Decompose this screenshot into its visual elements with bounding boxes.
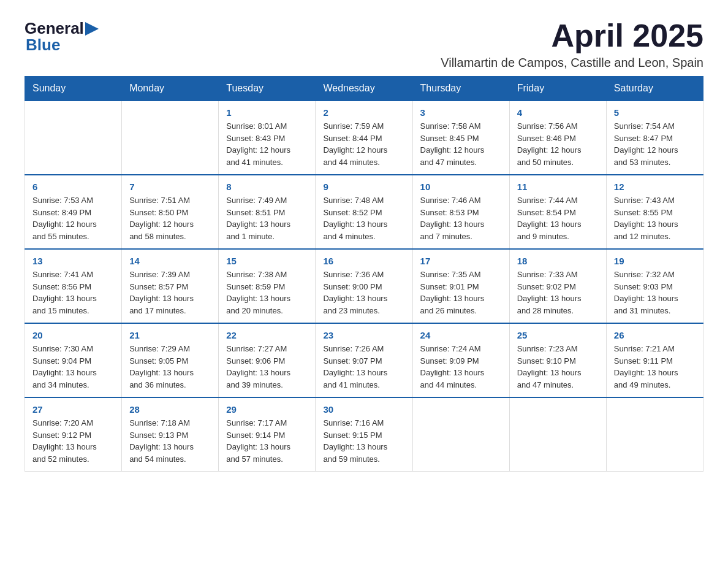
day-info: Sunrise: 7:33 AM Sunset: 9:02 PM Dayligh…: [517, 269, 599, 316]
day-info: Sunrise: 7:30 AM Sunset: 9:04 PM Dayligh…: [32, 343, 114, 391]
day-info: Sunrise: 7:23 AM Sunset: 9:10 PM Dayligh…: [517, 343, 599, 391]
day-number: 28: [129, 404, 211, 415]
calendar-cell: 3Sunrise: 7:58 AM Sunset: 8:45 PM Daylig…: [412, 101, 509, 175]
day-number: 6: [32, 182, 114, 192]
day-number: 23: [323, 330, 404, 340]
calendar-cell: [606, 397, 703, 472]
month-title: April 2025: [441, 18, 703, 53]
calendar-cell: 30Sunrise: 7:16 AM Sunset: 9:15 PM Dayli…: [316, 397, 412, 472]
day-info: Sunrise: 7:54 AM Sunset: 8:47 PM Dayligh…: [614, 120, 696, 168]
day-info: Sunrise: 7:59 AM Sunset: 8:44 PM Dayligh…: [323, 120, 404, 168]
logo: General Blue: [25, 18, 99, 53]
day-number: 22: [226, 330, 308, 340]
calendar-cell: [25, 101, 122, 175]
calendar-week-2: 6Sunrise: 7:53 AM Sunset: 8:49 PM Daylig…: [25, 175, 703, 249]
calendar-cell: 9Sunrise: 7:48 AM Sunset: 8:52 PM Daylig…: [316, 175, 412, 249]
day-number: 13: [32, 256, 114, 266]
day-number: 17: [420, 256, 502, 266]
calendar-header: SundayMondayTuesdayWednesdayThursdayFrid…: [25, 77, 703, 101]
day-info: Sunrise: 7:36 AM Sunset: 9:00 PM Dayligh…: [323, 269, 404, 316]
day-info: Sunrise: 7:41 AM Sunset: 8:56 PM Dayligh…: [32, 269, 114, 316]
calendar-cell: 23Sunrise: 7:26 AM Sunset: 9:07 PM Dayli…: [316, 323, 412, 397]
logo-arrow-icon: [85, 22, 99, 36]
calendar-cell: 4Sunrise: 7:56 AM Sunset: 8:46 PM Daylig…: [509, 101, 606, 175]
day-info: Sunrise: 7:51 AM Sunset: 8:50 PM Dayligh…: [129, 194, 211, 242]
day-info: Sunrise: 7:26 AM Sunset: 9:07 PM Dayligh…: [323, 343, 404, 391]
title-block: April 2025 Villamartin de Campos, Castil…: [441, 18, 703, 70]
weekday-header-thursday: Thursday: [412, 77, 509, 101]
day-number: 19: [614, 256, 696, 266]
calendar-cell: 15Sunrise: 7:38 AM Sunset: 8:59 PM Dayli…: [219, 249, 316, 323]
calendar-cell: 24Sunrise: 7:24 AM Sunset: 9:09 PM Dayli…: [412, 323, 509, 397]
calendar-cell: 5Sunrise: 7:54 AM Sunset: 8:47 PM Daylig…: [606, 101, 703, 175]
calendar-cell: [122, 101, 219, 175]
day-number: 11: [517, 182, 599, 192]
calendar-week-1: 1Sunrise: 8:01 AM Sunset: 8:43 PM Daylig…: [25, 101, 703, 175]
calendar-week-3: 13Sunrise: 7:41 AM Sunset: 8:56 PM Dayli…: [25, 249, 703, 323]
day-number: 29: [226, 404, 308, 415]
day-number: 21: [129, 330, 211, 340]
day-number: 20: [32, 330, 114, 340]
weekday-header-saturday: Saturday: [606, 77, 703, 101]
calendar-cell: 29Sunrise: 7:17 AM Sunset: 9:14 PM Dayli…: [219, 397, 316, 472]
day-number: 5: [614, 107, 696, 118]
day-info: Sunrise: 7:32 AM Sunset: 9:03 PM Dayligh…: [614, 269, 696, 316]
day-number: 25: [517, 330, 599, 340]
day-number: 27: [32, 404, 114, 415]
calendar-cell: 27Sunrise: 7:20 AM Sunset: 9:12 PM Dayli…: [25, 397, 122, 472]
weekday-header-wednesday: Wednesday: [316, 77, 412, 101]
page-header: General Blue April 2025 Villamartin de C…: [25, 18, 703, 70]
day-number: 15: [226, 256, 308, 266]
calendar-week-5: 27Sunrise: 7:20 AM Sunset: 9:12 PM Dayli…: [25, 397, 703, 472]
calendar-cell: 12Sunrise: 7:43 AM Sunset: 8:55 PM Dayli…: [606, 175, 703, 249]
day-number: 10: [420, 182, 502, 192]
calendar-cell: 22Sunrise: 7:27 AM Sunset: 9:06 PM Dayli…: [219, 323, 316, 397]
logo-general-text: General: [25, 19, 84, 38]
day-number: 30: [323, 404, 404, 415]
calendar-cell: 25Sunrise: 7:23 AM Sunset: 9:10 PM Dayli…: [509, 323, 606, 397]
day-info: Sunrise: 7:46 AM Sunset: 8:53 PM Dayligh…: [420, 194, 502, 242]
day-number: 14: [129, 256, 211, 266]
calendar-cell: 19Sunrise: 7:32 AM Sunset: 9:03 PM Dayli…: [606, 249, 703, 323]
calendar-cell: 28Sunrise: 7:18 AM Sunset: 9:13 PM Dayli…: [122, 397, 219, 472]
calendar-cell: 13Sunrise: 7:41 AM Sunset: 8:56 PM Dayli…: [25, 249, 122, 323]
day-number: 26: [614, 330, 696, 340]
day-info: Sunrise: 7:48 AM Sunset: 8:52 PM Dayligh…: [323, 194, 404, 242]
calendar-cell: 18Sunrise: 7:33 AM Sunset: 9:02 PM Dayli…: [509, 249, 606, 323]
calendar-cell: 10Sunrise: 7:46 AM Sunset: 8:53 PM Dayli…: [412, 175, 509, 249]
calendar-cell: [509, 397, 606, 472]
calendar-cell: 26Sunrise: 7:21 AM Sunset: 9:11 PM Dayli…: [606, 323, 703, 397]
day-info: Sunrise: 7:35 AM Sunset: 9:01 PM Dayligh…: [420, 269, 502, 316]
day-info: Sunrise: 7:39 AM Sunset: 8:57 PM Dayligh…: [129, 269, 211, 316]
svg-marker-0: [85, 22, 99, 36]
calendar-cell: 6Sunrise: 7:53 AM Sunset: 8:49 PM Daylig…: [25, 175, 122, 249]
day-info: Sunrise: 7:43 AM Sunset: 8:55 PM Dayligh…: [614, 194, 696, 242]
day-number: 9: [323, 182, 404, 192]
calendar-cell: 2Sunrise: 7:59 AM Sunset: 8:44 PM Daylig…: [316, 101, 412, 175]
day-info: Sunrise: 7:44 AM Sunset: 8:54 PM Dayligh…: [517, 194, 599, 242]
calendar-cell: 1Sunrise: 8:01 AM Sunset: 8:43 PM Daylig…: [219, 101, 316, 175]
calendar-cell: 16Sunrise: 7:36 AM Sunset: 9:00 PM Dayli…: [316, 249, 412, 323]
calendar-cell: [412, 397, 509, 472]
day-number: 4: [517, 107, 599, 118]
calendar-cell: 14Sunrise: 7:39 AM Sunset: 8:57 PM Dayli…: [122, 249, 219, 323]
day-info: Sunrise: 7:16 AM Sunset: 9:15 PM Dayligh…: [323, 417, 404, 465]
day-number: 12: [614, 182, 696, 192]
calendar-cell: 21Sunrise: 7:29 AM Sunset: 9:05 PM Dayli…: [122, 323, 219, 397]
calendar-cell: 7Sunrise: 7:51 AM Sunset: 8:50 PM Daylig…: [122, 175, 219, 249]
day-info: Sunrise: 7:38 AM Sunset: 8:59 PM Dayligh…: [226, 269, 308, 316]
calendar-cell: 20Sunrise: 7:30 AM Sunset: 9:04 PM Dayli…: [25, 323, 122, 397]
day-info: Sunrise: 7:18 AM Sunset: 9:13 PM Dayligh…: [129, 417, 211, 465]
logo-blue-text: Blue: [26, 36, 60, 54]
day-number: 2: [323, 107, 404, 118]
day-info: Sunrise: 7:27 AM Sunset: 9:06 PM Dayligh…: [226, 343, 308, 391]
day-info: Sunrise: 7:17 AM Sunset: 9:14 PM Dayligh…: [226, 417, 308, 465]
calendar-cell: 8Sunrise: 7:49 AM Sunset: 8:51 PM Daylig…: [219, 175, 316, 249]
day-info: Sunrise: 7:56 AM Sunset: 8:46 PM Dayligh…: [517, 120, 599, 168]
day-info: Sunrise: 7:21 AM Sunset: 9:11 PM Dayligh…: [614, 343, 696, 391]
day-info: Sunrise: 7:53 AM Sunset: 8:49 PM Dayligh…: [32, 194, 114, 242]
weekday-header-friday: Friday: [509, 77, 606, 101]
day-info: Sunrise: 7:58 AM Sunset: 8:45 PM Dayligh…: [420, 120, 502, 168]
day-info: Sunrise: 8:01 AM Sunset: 8:43 PM Dayligh…: [226, 120, 308, 168]
day-number: 1: [226, 107, 308, 118]
